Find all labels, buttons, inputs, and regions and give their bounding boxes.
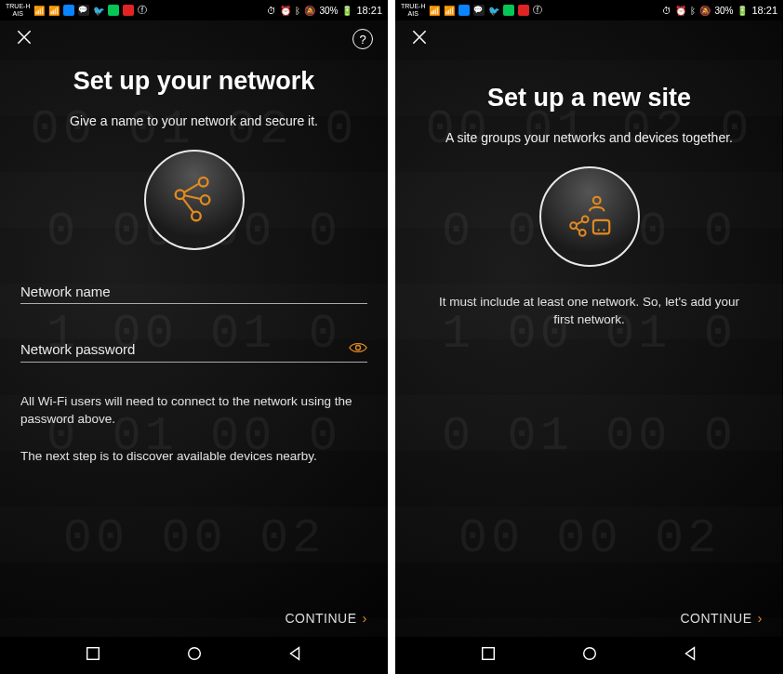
site-group-icon [563,190,617,244]
close-icon[interactable] [410,28,429,50]
status-bar: TRUE-H AIS 📶 📶 💬 🐦 ⓕ ⏱ ⏰ ᛒ 🔕 30% 🔋 18:21 [0,0,388,20]
system-navbar [0,637,388,674]
chevron-right-icon: › [363,610,368,626]
messenger-icon [63,5,74,16]
continue-button[interactable]: CONTINUE › [416,597,763,637]
network-name-label: Network name [20,284,367,299]
recent-apps-button[interactable] [480,645,497,666]
network-password-field[interactable]: Network password [20,334,367,363]
carrier-label: TRUE-H AIS [6,3,30,18]
svg-point-16 [581,216,588,222]
show-password-icon[interactable] [349,341,367,358]
messenger-icon [458,5,470,16]
recent-apps-button[interactable] [85,645,101,666]
alarm2-icon: ⏰ [280,6,291,16]
phone-screen-left: 00 01 02 0 0 00 00 0 1 00 01 0 0 01 00 0… [0,0,388,674]
svg-line-8 [182,198,193,212]
mute-icon: 🔕 [304,6,315,16]
line-icon: 💬 [78,5,89,16]
line2-icon [503,5,514,16]
svg-point-21 [597,229,599,231]
carrier-label: TRUE-H AIS [401,3,425,18]
network-name-field[interactable]: Network name [20,276,367,304]
battery-percent: 30% [319,6,338,16]
facebook-icon: ⓕ [138,4,147,17]
signal-bars-icon: 📶 [33,6,45,16]
svg-point-3 [198,177,207,186]
continue-button[interactable]: CONTINUE › [20,597,367,637]
page-subtitle: Give a name to your network and secure i… [20,112,367,131]
garena-icon [518,5,529,16]
alarm-icon: ⏱ [267,6,276,16]
line-icon: 💬 [473,5,485,16]
back-button[interactable] [286,645,303,666]
alarm2-icon: ⏰ [675,6,686,16]
svg-point-9 [356,345,361,350]
continue-label: CONTINUE [285,611,356,626]
battery-icon: 🔋 [737,6,748,16]
back-button[interactable] [682,645,698,666]
chevron-right-icon: › [758,610,764,626]
page-title: Set up a new site [416,84,763,112]
info-text-2: The next step is to discover available d… [20,447,367,466]
clock: 18:21 [751,5,777,16]
svg-point-17 [578,230,585,236]
clock: 18:21 [356,5,382,16]
svg-rect-10 [86,648,99,660]
svg-line-18 [576,220,582,224]
help-icon[interactable]: ? [352,29,373,49]
system-navbar [395,637,783,674]
signal-bars-icon: 📶 [429,6,440,16]
svg-point-14 [592,196,600,204]
battery-icon: 🔋 [341,6,352,16]
info-text: It must include at least one network. So… [416,293,763,329]
continue-label: CONTINUE [680,611,751,626]
hero-graphic [539,166,640,267]
hero-graphic [144,150,245,250]
phone-screen-right: 00 01 02 0 0 00 00 0 1 00 01 0 0 01 00 0… [395,0,783,674]
twitter-icon: 🐦 [93,6,104,16]
alarm-icon: ⏱ [662,6,671,16]
signal-bars-icon: 📶 [48,6,60,16]
signal-bars-icon: 📶 [444,6,455,16]
home-button[interactable] [581,645,598,666]
battery-percent: 30% [714,6,733,16]
facebook-icon: ⓕ [533,4,542,17]
svg-line-7 [184,195,200,199]
svg-point-11 [188,648,200,660]
network-nodes-icon [167,173,221,227]
page-subtitle: A site groups your networks and devices … [416,129,763,148]
svg-line-19 [575,227,579,231]
status-bar: TRUE-H AIS 📶 📶 💬 🐦 ⓕ ⏱ ⏰ ᛒ 🔕 30% 🔋 18:21 [395,0,783,20]
svg-point-2 [175,190,184,199]
page-title: Set up your network [20,67,367,96]
info-text-1: All Wi-Fi users will need to connect to … [20,392,367,429]
twitter-icon: 🐦 [488,6,499,16]
svg-point-5 [192,211,201,220]
svg-point-4 [200,195,209,205]
bluetooth-icon: ᛒ [295,6,300,16]
home-button[interactable] [186,645,203,666]
svg-point-24 [583,648,595,660]
close-icon[interactable] [15,28,33,50]
svg-rect-20 [592,219,608,233]
svg-line-6 [183,183,198,192]
mute-icon: 🔕 [699,6,711,16]
svg-rect-23 [482,648,494,660]
svg-point-22 [603,229,605,231]
network-password-label: Network password [20,341,349,357]
bluetooth-icon: ᛒ [690,6,696,16]
line2-icon [108,5,119,16]
garena-icon [123,5,134,16]
